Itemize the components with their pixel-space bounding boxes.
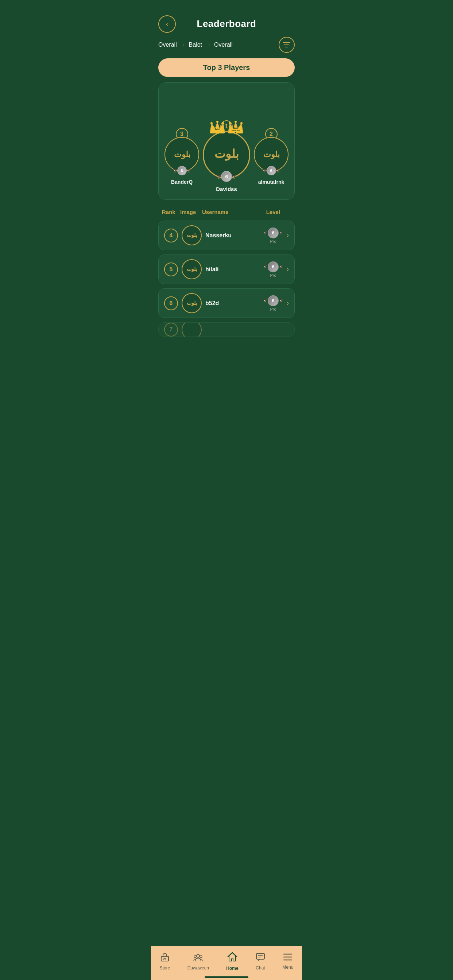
chevron-6: › bbox=[287, 299, 289, 307]
podium-container: 3 بلوت 🦅 6 � bbox=[164, 90, 289, 192]
nav-duwaween[interactable]: Duwaween bbox=[182, 950, 214, 972]
balot-logo-1: بلوت bbox=[208, 140, 245, 170]
level-num-5: 6 bbox=[268, 261, 279, 272]
level-num-6: 6 bbox=[268, 295, 279, 306]
list-item-5[interactable]: 5 بلوت hilali 🦅 6 🦅 Pro › bbox=[158, 255, 295, 284]
avatar-4: بلوت bbox=[182, 225, 202, 245]
list-item-6[interactable]: 6 بلوت b52d 🦅 6 🦅 Pro › bbox=[158, 288, 295, 318]
username-5: hilali bbox=[205, 266, 263, 273]
bottom-nav: Store Duwaween bbox=[151, 946, 302, 980]
breadcrumb-overall1: Overall bbox=[158, 41, 177, 48]
svg-text:بلوت: بلوت bbox=[187, 232, 197, 239]
pro-label-5: Pro bbox=[270, 273, 276, 277]
svg-text:بلوت: بلوت bbox=[187, 300, 197, 306]
rank-7: 7 bbox=[164, 323, 178, 337]
nav-menu-label: Menu bbox=[282, 965, 293, 970]
crown-container: Balot Balot DI bbox=[209, 118, 244, 134]
level-num-4: 6 bbox=[268, 228, 279, 239]
home-indicator bbox=[205, 976, 248, 978]
svg-text:بلوت: بلوت bbox=[174, 150, 190, 159]
player-2-avatar: بلوت 🦅 6 🦅 bbox=[254, 137, 289, 172]
crown-icon-right: Balot DIAMOND ♦ bbox=[227, 118, 244, 134]
breadcrumb-overall2: Overall bbox=[214, 41, 233, 48]
svg-rect-28 bbox=[257, 953, 265, 959]
top3-banner: Top 3 Players bbox=[158, 58, 295, 77]
nav-duwaween-label: Duwaween bbox=[187, 966, 209, 970]
rank-4: 4 bbox=[164, 229, 178, 242]
balot-logo-list-6: بلوت bbox=[184, 297, 200, 310]
balot-logo-list-5: بلوت bbox=[184, 263, 200, 275]
level-circle-2: 6 bbox=[266, 166, 276, 175]
svg-point-27 bbox=[200, 956, 202, 958]
svg-text:Balot: Balot bbox=[215, 128, 220, 130]
nav-chat-label: Chat bbox=[256, 966, 265, 970]
svg-point-26 bbox=[194, 956, 196, 958]
crown-balot: Balot bbox=[209, 118, 226, 134]
svg-point-12 bbox=[234, 121, 237, 123]
avatar-6: بلوت bbox=[182, 293, 202, 313]
svg-text:بلوت: بلوت bbox=[214, 147, 239, 161]
nav-store-label: Store bbox=[160, 966, 170, 970]
svg-rect-24 bbox=[164, 958, 166, 960]
player-1-avatar: بلوت 🦅 6 🦅 bbox=[203, 131, 250, 179]
balot-logo-3: بلوت bbox=[169, 145, 195, 164]
avatar-7 bbox=[182, 322, 202, 337]
breadcrumb-arrow2: → bbox=[205, 41, 213, 48]
pro-label-4: Pro bbox=[270, 239, 276, 243]
svg-text:♦: ♦ bbox=[235, 131, 236, 134]
rank-5: 5 bbox=[164, 262, 178, 276]
filter-icon bbox=[283, 42, 290, 48]
header: ‹ Leaderboard bbox=[151, 0, 302, 37]
avatar-5: بلوت bbox=[182, 259, 202, 279]
list-item-4[interactable]: 4 بلوت Nasserku 🦅 6 🦅 Pro › bbox=[158, 221, 295, 250]
nav-chat[interactable]: Chat bbox=[250, 950, 271, 972]
username-6: b52d bbox=[205, 300, 263, 307]
level-badge-3: 🦅 6 🦅 bbox=[173, 166, 191, 175]
nav-store[interactable]: Store bbox=[154, 950, 176, 972]
leaderboard-section: Rank Image Username Level 4 بلوت Nasserk… bbox=[151, 207, 302, 946]
svg-text:Balot: Balot bbox=[233, 127, 238, 129]
balot-logo-2: بلوت bbox=[258, 145, 284, 164]
filter-button[interactable] bbox=[279, 37, 295, 53]
level-badge-sm-4: 🦅 6 🦅 Pro bbox=[263, 228, 283, 243]
store-icon bbox=[160, 952, 170, 964]
svg-point-11 bbox=[229, 122, 231, 124]
svg-point-13 bbox=[240, 122, 242, 124]
player-second: 2 بلوت 🦅 6 🦅 bbox=[254, 132, 289, 185]
player-2-name: almutafrnk bbox=[258, 179, 284, 185]
level-circle-3: 6 bbox=[177, 166, 187, 175]
svg-text:بلوت: بلوت bbox=[187, 266, 197, 272]
username-4: Nasserku bbox=[205, 232, 263, 239]
nav-home[interactable]: Home bbox=[221, 950, 244, 973]
chat-icon bbox=[256, 952, 265, 964]
chevron-4: › bbox=[287, 232, 289, 239]
svg-point-6 bbox=[216, 121, 219, 123]
header-level: Level bbox=[266, 209, 280, 215]
level-badge-sm-5: 🦅 6 🦅 Pro bbox=[263, 261, 283, 277]
duwaween-icon bbox=[193, 952, 203, 964]
screen: ‹ Leaderboard Overall → Balot → Overall … bbox=[151, 0, 302, 980]
nav-menu[interactable]: Menu bbox=[277, 951, 299, 972]
top3-banner-text: Top 3 Players bbox=[203, 64, 250, 72]
player-first: 1 Balot bbox=[203, 124, 250, 192]
level-badge-1: 🦅 6 🦅 bbox=[217, 171, 236, 182]
svg-rect-8 bbox=[210, 132, 225, 134]
menu-icon bbox=[283, 953, 292, 963]
header-rank: Rank bbox=[162, 209, 180, 215]
level-circle-1: 6 bbox=[221, 171, 232, 182]
page-title: Leaderboard bbox=[197, 18, 257, 30]
list-header: Rank Image Username Level bbox=[158, 207, 295, 221]
player-third: 3 بلوت 🦅 6 � bbox=[164, 132, 199, 185]
home-icon bbox=[227, 951, 238, 964]
svg-point-25 bbox=[196, 955, 199, 958]
svg-point-7 bbox=[222, 122, 224, 124]
nav-home-label: Home bbox=[226, 966, 238, 971]
crown-icon-left: Balot bbox=[209, 118, 226, 134]
back-button[interactable]: ‹ bbox=[158, 15, 176, 33]
level-badge-2: 🦅 6 🦅 bbox=[263, 166, 280, 175]
rank-6: 6 bbox=[164, 296, 178, 310]
breadcrumb: Overall → Balot → Overall bbox=[151, 37, 302, 58]
breadcrumb-balot: Balot bbox=[189, 41, 202, 48]
header-username: Username bbox=[202, 209, 266, 215]
breadcrumb-path: Overall → Balot → Overall bbox=[158, 41, 233, 48]
